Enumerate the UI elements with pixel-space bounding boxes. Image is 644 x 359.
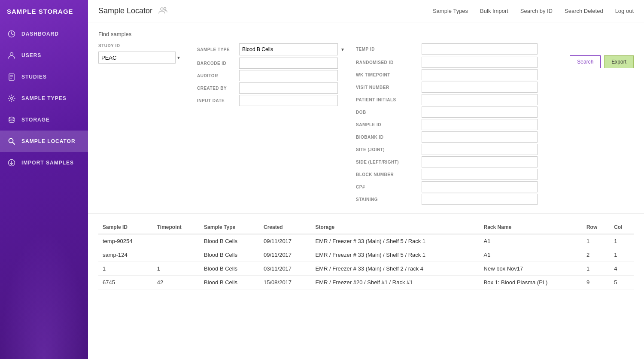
cell-sample-id: samp-124 <box>98 248 153 262</box>
randomised-id-input[interactable] <box>422 57 538 68</box>
cell-row: 1 <box>582 262 610 276</box>
results-table: Sample ID Timepoint Sample Type Created … <box>98 221 634 289</box>
svg-point-3 <box>10 53 13 56</box>
sidebar-item-users[interactable]: USERS <box>0 45 88 66</box>
nav-log-out[interactable]: Log out <box>615 8 634 14</box>
cell-storage: EMR / Freezer # 33 (Main) / Shelf 2 / ra… <box>311 262 480 276</box>
table-row[interactable]: 6745 42 Blood B Cells 15/08/2017 EMR / F… <box>98 276 634 289</box>
top-nav-links: Sample Types Bulk Import Search by ID Se… <box>433 8 634 14</box>
people-icon <box>158 6 168 16</box>
col-header-storage: Storage <box>311 221 480 234</box>
barcode-id-input[interactable] <box>239 58 338 69</box>
study-id-select[interactable]: PEAC <box>98 52 176 64</box>
cp-input[interactable] <box>422 181 538 192</box>
sidebar-item-label-users: USERS <box>21 52 41 58</box>
top-navigation: Sample Locator Sample Types Bulk Import … <box>88 0 644 22</box>
cell-rack-name: A1 <box>480 248 582 262</box>
sidebar: SAMPLE STORAGE DASHBOARD USERS <box>0 0 88 359</box>
cell-created: 15/08/2017 <box>259 276 311 289</box>
cell-sample-type: Blood B Cells <box>200 248 259 262</box>
patient-initials-input[interactable] <box>422 94 538 105</box>
auditor-input[interactable] <box>239 70 338 81</box>
svg-line-11 <box>13 143 15 145</box>
page-title: Sample Locator <box>98 6 152 15</box>
sample-type-label: SAMPLE TYPE <box>197 47 236 52</box>
side-input[interactable] <box>422 156 538 167</box>
cell-rack-name: Box 1: Blood Plasma (PL) <box>480 276 582 289</box>
wk-timepoint-input[interactable] <box>422 69 538 80</box>
col-header-timepoint: Timepoint <box>153 221 200 234</box>
cell-sample-type: Blood B Cells <box>200 276 259 289</box>
cell-created: 03/11/2017 <box>259 262 311 276</box>
col-header-sample-id: Sample ID <box>98 221 153 234</box>
sample-type-select[interactable]: Blood B Cells Blood Plasma Serum Urine D… <box>239 43 338 55</box>
clock-icon <box>7 29 16 39</box>
sidebar-item-label-sample-types: SAMPLE TYPES <box>21 95 67 101</box>
sidebar-item-sample-types[interactable]: SAMPLE TYPES <box>0 88 88 109</box>
site-joint-input[interactable] <box>422 144 538 155</box>
cell-timepoint: 42 <box>153 276 200 289</box>
temp-id-input[interactable] <box>422 43 538 55</box>
cell-sample-type: Blood B Cells <box>200 262 259 276</box>
svg-line-2 <box>12 34 13 35</box>
cp-label: CP# <box>356 185 418 189</box>
sidebar-item-label-dashboard: DASHBOARD <box>21 31 59 37</box>
find-samples-label: Find samples <box>98 31 634 37</box>
cell-timepoint <box>153 234 200 248</box>
biobank-id-label: BIOBANK ID <box>356 135 418 140</box>
col-header-rack-name: Rack Name <box>480 221 582 234</box>
table-row[interactable]: 1 1 Blood B Cells 03/11/2017 EMR / Freez… <box>98 262 634 276</box>
arrow-icon <box>7 158 16 167</box>
storage-icon <box>7 115 16 125</box>
nav-search-deleted[interactable]: Search Deleted <box>565 8 603 14</box>
table-row[interactable]: temp-90254 Blood B Cells 09/11/2017 EMR … <box>98 234 634 248</box>
nav-sample-types[interactable]: Sample Types <box>433 8 468 14</box>
nav-search-by-id[interactable]: Search by ID <box>520 8 553 14</box>
user-icon <box>7 51 16 60</box>
sidebar-item-storage[interactable]: STORAGE <box>0 109 88 131</box>
sidebar-item-label-import-samples: IMPORT SAMPLES <box>21 160 74 166</box>
visit-number-label: VISIT NUMBER <box>356 85 418 90</box>
input-date-input[interactable] <box>239 95 338 106</box>
study-id-label: STUDY ID <box>98 43 193 48</box>
col-header-sample-type: Sample Type <box>200 221 259 234</box>
cell-sample-type: Blood B Cells <box>200 234 259 248</box>
search-button[interactable]: Search <box>570 55 601 68</box>
visit-number-input[interactable] <box>422 82 538 93</box>
patient-initials-label: PATIENT INITIALS <box>356 97 418 102</box>
sidebar-item-sample-locator[interactable]: SAMPLE LOCATOR <box>0 131 88 152</box>
dob-label: DOB <box>356 110 418 115</box>
cell-sample-id: 6745 <box>98 276 153 289</box>
staining-input[interactable] <box>422 194 538 205</box>
sidebar-item-label-studies: STUDIES <box>21 74 47 80</box>
cell-timepoint: 1 <box>153 262 200 276</box>
svg-point-14 <box>161 8 163 10</box>
table-row[interactable]: samp-124 Blood B Cells 09/11/2017 EMR / … <box>98 248 634 262</box>
dob-input[interactable] <box>422 106 538 118</box>
block-number-input[interactable] <box>422 169 538 180</box>
cell-row: 9 <box>582 276 610 289</box>
biobank-id-input[interactable] <box>422 131 538 143</box>
cell-col: 5 <box>610 276 634 289</box>
nav-bulk-import[interactable]: Bulk Import <box>480 8 508 14</box>
sidebar-title: SAMPLE STORAGE <box>0 0 88 23</box>
sidebar-item-studies[interactable]: STUDIES <box>0 66 88 88</box>
cell-col: 1 <box>610 234 634 248</box>
sidebar-item-label-storage: STORAGE <box>21 117 50 123</box>
col-header-row: Row <box>582 221 610 234</box>
cell-row: 1 <box>582 234 610 248</box>
sample-type-dropdown-arrow: ▼ <box>340 47 345 52</box>
staining-label: STAINING <box>356 197 418 202</box>
sample-id-input[interactable] <box>422 119 538 130</box>
doc-icon <box>7 72 16 82</box>
cell-storage: EMR / Freezer # 33 (Main) / Shelf 5 / Ra… <box>311 234 480 248</box>
sidebar-item-dashboard[interactable]: DASHBOARD <box>0 23 88 45</box>
cell-timepoint <box>153 248 200 262</box>
sample-id-label: SAMPLE ID <box>356 122 418 127</box>
table-header-row: Sample ID Timepoint Sample Type Created … <box>98 221 634 234</box>
created-by-input[interactable] <box>239 82 338 94</box>
export-button[interactable]: Export <box>604 55 634 68</box>
sidebar-item-import-samples[interactable]: IMPORT SAMPLES <box>0 152 88 173</box>
search-icon <box>7 137 16 146</box>
svg-point-9 <box>9 117 14 119</box>
